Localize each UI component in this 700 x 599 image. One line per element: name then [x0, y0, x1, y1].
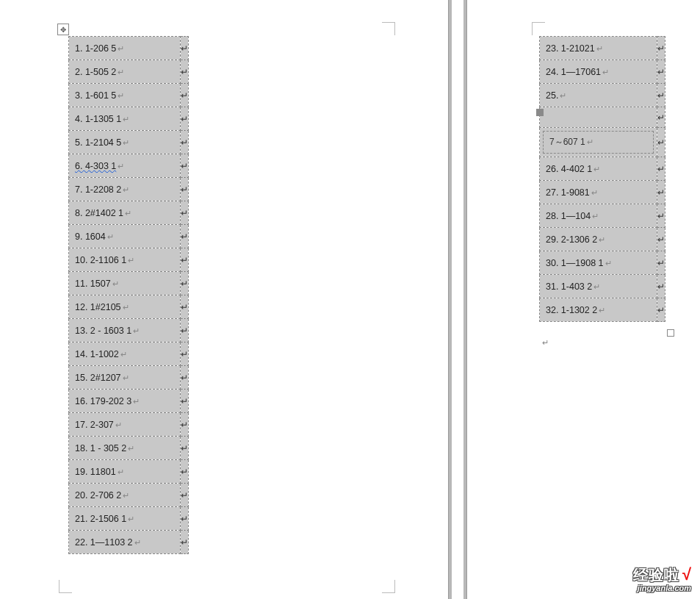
table-cell-empty[interactable]: ↵ — [181, 484, 189, 507]
table-cell-empty[interactable]: ↵ — [657, 251, 665, 275]
table-row[interactable]: 30. 1—1908 1↵↵ — [540, 251, 665, 275]
table-row[interactable]: 25. ↵↵ — [540, 84, 665, 107]
table-cell[interactable]: 19. 11801 ↵ — [69, 460, 181, 484]
table-cell[interactable]: 28. 1—104 ↵ — [540, 204, 657, 228]
table-row[interactable]: 7～607 1↵↵ — [540, 128, 665, 157]
table-cell-empty[interactable]: ↵ — [181, 84, 189, 107]
table-cell[interactable]: 29. 2-1306 2↵ — [540, 228, 657, 251]
table-cell-empty[interactable]: ↵ — [181, 342, 189, 366]
table-cell-empty[interactable]: ↵ — [657, 84, 665, 107]
table-cell-empty[interactable]: ↵ — [181, 531, 189, 554]
table-row[interactable]: 32. 1-1302 2↵↵ — [540, 298, 665, 322]
table-cell[interactable]: 8. 2#1402 1↵ — [69, 201, 181, 225]
table-cell[interactable]: 7～607 1↵ — [540, 128, 657, 157]
table-cell-empty[interactable]: ↵ — [181, 390, 189, 413]
table-cell[interactable]: 16. 179-202 3↵ — [69, 390, 181, 413]
table-cell[interactable]: 21. 2-1506 1↵ — [69, 507, 181, 531]
table-cell[interactable]: 15. 2#1207 ↵ — [69, 366, 181, 390]
table-row[interactable]: 5. 1-2104 5↵↵ — [69, 131, 189, 154]
table-row[interactable]: 3. 1-601 5↵↵ — [69, 84, 189, 107]
table-row[interactable]: 9. 1604 ↵↵ — [69, 225, 189, 248]
table-cell-empty[interactable]: ↵ — [181, 154, 189, 178]
table-cell[interactable]: 20. 2-706 2↵ — [69, 484, 181, 507]
table-row-split[interactable]: ↵ — [540, 107, 665, 128]
table-row[interactable]: 10. 2-1106 1↵↵ — [69, 248, 189, 272]
table-row[interactable]: 22. 1—1103 2↵↵ — [69, 531, 189, 554]
table-row[interactable]: 24. 1—17061↵↵ — [540, 60, 665, 84]
table-row[interactable]: 11. 1507 ↵↵ — [69, 272, 189, 295]
table-cell-empty[interactable]: ↵ — [181, 295, 189, 319]
table-cell[interactable]: 7. 1-2208 2↵ — [69, 178, 181, 201]
table-row[interactable]: 18. 1 - 305 2↵↵ — [69, 437, 189, 460]
table-row[interactable]: 19. 11801 ↵↵ — [69, 460, 189, 484]
table-cell-empty[interactable]: ↵ — [181, 437, 189, 460]
table-cell[interactable]: 14. 1-1002 ↵ — [69, 342, 181, 366]
table-cell-empty[interactable]: ↵ — [181, 272, 189, 295]
table-cell[interactable]: 2. 1-505 2↵ — [69, 60, 181, 84]
table-cell[interactable]: 18. 1 - 305 2↵ — [69, 437, 181, 460]
table-cell-empty[interactable]: ↵ — [181, 413, 189, 437]
table-left[interactable]: 1. 1-206 5↵↵2. 1-505 2↵↵3. 1-601 5↵↵4. 1… — [68, 36, 189, 554]
table-cell-empty[interactable]: ↵ — [657, 128, 665, 157]
table-row[interactable]: 16. 179-202 3↵↵ — [69, 390, 189, 413]
table-cell[interactable]: 31. 1-403 2↵ — [540, 275, 657, 298]
table-row[interactable]: 1. 1-206 5↵↵ — [69, 37, 189, 60]
table-cell-empty[interactable]: ↵ — [181, 178, 189, 201]
table-cell-empty[interactable]: ↵ — [657, 275, 665, 298]
table-cell-empty[interactable]: ↵ — [657, 60, 665, 84]
table-cell-empty[interactable]: ↵ — [181, 366, 189, 390]
table-cell[interactable]: 25. ↵ — [540, 84, 657, 107]
table-cell[interactable]: 23. 1-21021↵ — [540, 37, 657, 60]
table-cell[interactable]: 10. 2-1106 1↵ — [69, 248, 181, 272]
table-cell-empty[interactable]: ↵ — [657, 204, 665, 228]
table-resize-handle[interactable] — [667, 329, 674, 337]
table-row[interactable]: 21. 2-1506 1↵↵ — [69, 507, 189, 531]
table-cell[interactable]: 11. 1507 ↵ — [69, 272, 181, 295]
table-cell[interactable]: 22. 1—1103 2↵ — [69, 531, 181, 554]
table-cell-empty[interactable]: ↵ — [181, 319, 189, 342]
table-cell-empty[interactable]: ↵ — [657, 107, 665, 128]
table-cell[interactable]: 4. 1-1305 1↵ — [69, 107, 181, 131]
table-cell-empty[interactable]: ↵ — [657, 37, 665, 60]
table-cell-empty[interactable]: ↵ — [181, 248, 189, 272]
table-cell[interactable]: 32. 1-1302 2↵ — [540, 298, 657, 322]
table-cell[interactable]: 9. 1604 ↵ — [69, 225, 181, 248]
table-cell-empty[interactable]: ↵ — [181, 107, 189, 131]
table-cell[interactable]: 3. 1-601 5↵ — [69, 84, 181, 107]
table-row[interactable]: 8. 2#1402 1↵↵ — [69, 201, 189, 225]
table-row[interactable]: 4. 1-1305 1↵↵ — [69, 107, 189, 131]
table-row[interactable]: 23. 1-21021↵↵ — [540, 37, 665, 60]
table-cell-empty[interactable]: ↵ — [181, 225, 189, 248]
table-cell[interactable]: 6. 4-303 1↵ — [69, 154, 181, 178]
table-row[interactable]: 17. 2-307 ↵↵ — [69, 413, 189, 437]
table-cell-empty[interactable]: ↵ — [181, 37, 189, 60]
table-cell[interactable]: 27. 1-9081↵ — [540, 181, 657, 204]
table-row[interactable]: 14. 1-1002 ↵↵ — [69, 342, 189, 366]
table-cell[interactable] — [540, 107, 657, 128]
table-cell[interactable]: 13. 2 - 1603 1↵ — [69, 319, 181, 342]
table-cell-empty[interactable]: ↵ — [181, 201, 189, 225]
table-cell[interactable]: 24. 1—17061↵ — [540, 60, 657, 84]
table-row[interactable]: 27. 1-9081↵↵ — [540, 181, 665, 204]
table-right[interactable]: 23. 1-21021↵↵24. 1—17061↵↵25. ↵↵↵7～607 1… — [539, 36, 665, 322]
table-cell-empty[interactable]: ↵ — [657, 157, 665, 181]
table-row[interactable]: 29. 2-1306 2↵↵ — [540, 228, 665, 251]
table-row[interactable]: 28. 1—104 ↵↵ — [540, 204, 665, 228]
table-row[interactable]: 31. 1-403 2↵↵ — [540, 275, 665, 298]
table-row[interactable]: 26. 4-402 1↵↵ — [540, 157, 665, 181]
table-cell[interactable]: 26. 4-402 1↵ — [540, 157, 657, 181]
table-cell-empty[interactable]: ↵ — [657, 298, 665, 322]
table-row[interactable]: 13. 2 - 1603 1↵↵ — [69, 319, 189, 342]
table-move-handle[interactable]: ✥ — [57, 24, 69, 35]
table-cell-empty[interactable]: ↵ — [657, 228, 665, 251]
table-cell[interactable]: 1. 1-206 5↵ — [69, 37, 181, 60]
table-cell-empty[interactable]: ↵ — [181, 131, 189, 154]
table-row[interactable]: 15. 2#1207 ↵↵ — [69, 366, 189, 390]
table-cell-empty[interactable]: ↵ — [181, 60, 189, 84]
table-cell-empty[interactable]: ↵ — [181, 460, 189, 484]
nested-cell[interactable]: 7～607 1↵ — [543, 131, 654, 154]
table-row[interactable]: 6. 4-303 1↵↵ — [69, 154, 189, 178]
table-row[interactable]: 7. 1-2208 2↵↵ — [69, 178, 189, 201]
table-cell[interactable]: 12. 1#2105 ↵ — [69, 295, 181, 319]
table-cell[interactable]: 5. 1-2104 5↵ — [69, 131, 181, 154]
